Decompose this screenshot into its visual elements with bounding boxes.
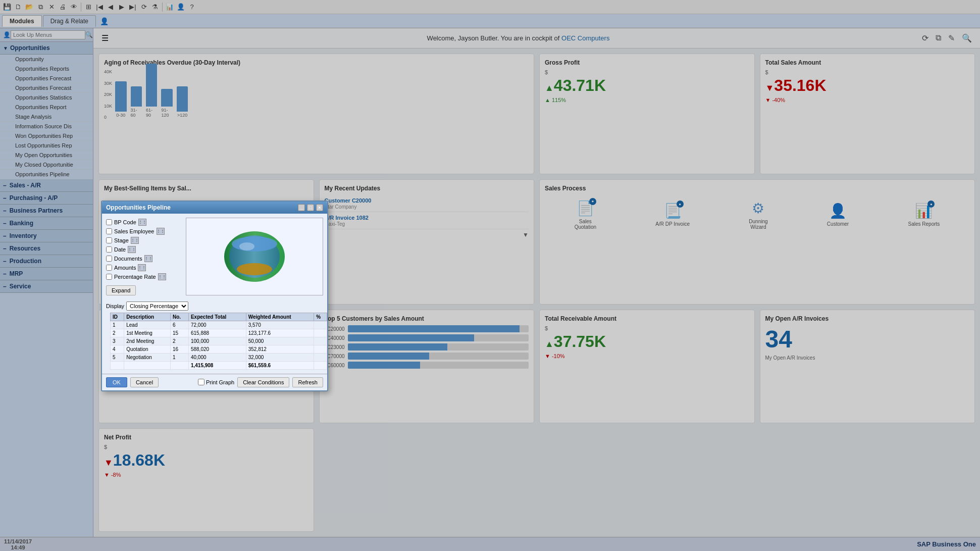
refresh-button[interactable]: Refresh: [292, 377, 323, 387]
filter-sort-btn2[interactable]: ⋮⋮: [157, 228, 165, 235]
col-expected-total: Expected Total: [188, 313, 246, 321]
filter-sort-btn6[interactable]: ⋮⋮: [138, 264, 146, 271]
cell-pct: [314, 345, 327, 353]
col-weighted-amount: Weighted Amount: [246, 313, 314, 321]
table-total-row: 1,415,908 $61,559.6: [111, 361, 327, 369]
total-empty1: [111, 361, 124, 369]
cell-pct: [314, 321, 327, 329]
funnel-highlight: [239, 242, 254, 251]
filter-sort-btn7[interactable]: ⋮⋮: [158, 273, 166, 280]
filter-sort-btn[interactable]: ⋮⋮: [138, 219, 146, 226]
funnel-svg: [219, 229, 290, 284]
modal-footer-left: OK Cancel: [106, 377, 159, 387]
modal-body: BP Code ⋮⋮ Sales Employee ⋮⋮ Stage ⋮⋮ Da…: [102, 214, 327, 299]
modal-display-row: Display Closing Percentage: [102, 299, 327, 313]
display-select[interactable]: Closing Percentage: [126, 302, 188, 311]
print-graph-text: Print Graph: [206, 379, 234, 385]
col-pct: %: [314, 313, 327, 321]
cell-expected: 72,000: [188, 321, 246, 329]
filter-sales-employee-label: Sales Employee: [114, 228, 154, 234]
modal-overlay: Opportunities Pipeline _ □ × BP Code ⋮⋮ …: [0, 0, 980, 551]
cell-weighted: 3,570: [246, 321, 314, 329]
cell-weighted: 50,000: [246, 337, 314, 345]
table-row: 5 Negotiation 1 40,000 32,000: [111, 353, 327, 361]
total-weighted: $61,559.6: [246, 361, 314, 369]
cell-no: 1: [170, 353, 188, 361]
cell-description: Quotation: [124, 345, 171, 353]
filter-date: Date ⋮⋮: [106, 245, 182, 254]
filter-bp-code: BP Code ⋮⋮: [106, 218, 182, 227]
filter-sales-employee: Sales Employee ⋮⋮: [106, 227, 182, 236]
table-row: 4 Quotation 16 588,020 352,812: [111, 345, 327, 353]
filter-amounts-checkbox[interactable]: [106, 265, 112, 271]
cell-expected: 100,000: [188, 337, 246, 345]
cell-description: Lead: [124, 321, 171, 329]
ok-button[interactable]: OK: [106, 377, 127, 387]
filter-percentage-rate: Percentage Rate ⋮⋮: [106, 272, 182, 281]
clear-conditions-button[interactable]: Clear Conditions: [237, 377, 289, 387]
cell-no: 2: [170, 337, 188, 345]
modal-maximize-btn[interactable]: □: [307, 204, 314, 211]
cell-no: 6: [170, 321, 188, 329]
modal-footer-right: Print Graph Clear Conditions Refresh: [198, 377, 323, 387]
display-label: Display: [106, 303, 124, 309]
opportunities-pipeline-modal: Opportunities Pipeline _ □ × BP Code ⋮⋮ …: [101, 201, 328, 391]
table-row: 1 Lead 6 72,000 3,570: [111, 321, 327, 329]
filter-stage: Stage ⋮⋮: [106, 236, 182, 245]
cell-weighted: 32,000: [246, 353, 314, 361]
cell-id: 2: [111, 329, 124, 337]
filter-pct-rate-label: Percentage Rate: [114, 274, 156, 280]
col-no: No.: [170, 313, 188, 321]
filter-sort-btn5[interactable]: ⋮⋮: [144, 255, 152, 262]
modal-minimize-btn[interactable]: _: [298, 204, 305, 211]
cancel-button[interactable]: Cancel: [130, 377, 159, 387]
cell-expected: 588,020: [188, 345, 246, 353]
modal-header-buttons: _ □ ×: [298, 204, 323, 211]
col-description: Description: [124, 313, 171, 321]
filter-documents-checkbox[interactable]: [106, 256, 112, 262]
filter-amounts: Amounts ⋮⋮: [106, 263, 182, 272]
filter-documents-label: Documents: [114, 256, 142, 262]
cell-weighted: 123,177.6: [246, 329, 314, 337]
expand-btn[interactable]: Expand: [106, 285, 136, 295]
filter-documents: Documents ⋮⋮: [106, 254, 182, 263]
modal-table: ID Description No. Expected Total Weight…: [110, 313, 327, 370]
cell-pct: [314, 337, 327, 345]
funnel-bottom: [237, 263, 272, 275]
filter-date-label: Date: [114, 246, 126, 253]
total-empty3: [170, 361, 188, 369]
cell-expected: 40,000: [188, 353, 246, 361]
cell-no: 16: [170, 345, 188, 353]
filter-stage-label: Stage: [114, 237, 129, 243]
col-id: ID: [111, 313, 124, 321]
print-graph-checkbox[interactable]: [198, 379, 204, 385]
funnel-top: [232, 236, 277, 252]
cell-description: 1st Meeting: [124, 329, 171, 337]
cell-id: 4: [111, 345, 124, 353]
cell-id: 5: [111, 353, 124, 361]
filter-sort-btn4[interactable]: ⋮⋮: [128, 246, 136, 253]
modal-filters: BP Code ⋮⋮ Sales Employee ⋮⋮ Stage ⋮⋮ Da…: [106, 218, 182, 295]
modal-title: Opportunities Pipeline: [106, 204, 171, 211]
cell-id: 1: [111, 321, 124, 329]
cell-pct: [314, 329, 327, 337]
modal-header: Opportunities Pipeline _ □ ×: [102, 202, 327, 214]
filter-pct-rate-checkbox[interactable]: [106, 274, 112, 280]
table-row: 2 1st Meeting 15 615,888 123,177.6: [111, 329, 327, 337]
cell-description: Negotiation: [124, 353, 171, 361]
filter-stage-checkbox[interactable]: [106, 237, 112, 243]
cell-id: 3: [111, 337, 124, 345]
modal-table-section: ID Description No. Expected Total Weight…: [102, 313, 327, 374]
filter-sales-employee-checkbox[interactable]: [106, 228, 112, 234]
filter-bp-code-checkbox[interactable]: [106, 219, 112, 225]
table-header-row: ID Description No. Expected Total Weight…: [111, 313, 327, 321]
total-empty2: [124, 361, 171, 369]
cell-description: 2nd Meeting: [124, 337, 171, 345]
filter-date-checkbox[interactable]: [106, 246, 112, 253]
cell-no: 15: [170, 329, 188, 337]
filter-sort-btn3[interactable]: ⋮⋮: [131, 237, 139, 244]
modal-close-btn[interactable]: ×: [316, 204, 323, 211]
cell-pct: [314, 353, 327, 361]
filter-amounts-label: Amounts: [114, 265, 136, 271]
total-expected: 1,415,908: [188, 361, 246, 369]
